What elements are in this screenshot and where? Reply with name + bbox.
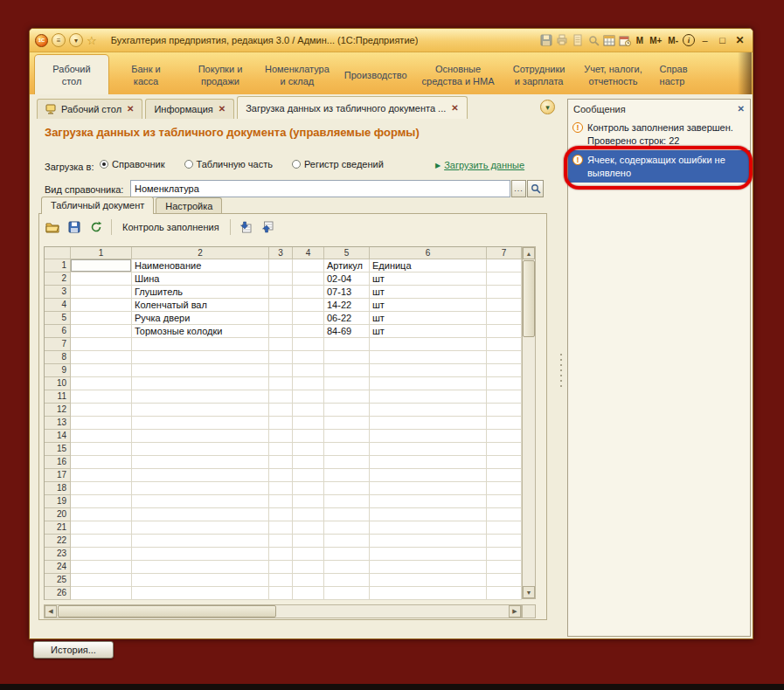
row-header[interactable]: 25 <box>45 574 71 587</box>
horizontal-scrollbar[interactable]: ◀ ▶ <box>44 604 522 618</box>
grid-cell[interactable] <box>71 351 132 364</box>
grid-cell[interactable] <box>71 587 132 600</box>
grid-cell[interactable] <box>132 587 269 600</box>
grid-cell[interactable] <box>71 495 132 508</box>
grid-cell[interactable] <box>293 535 324 548</box>
grid-cell[interactable] <box>487 325 522 338</box>
grid-cell[interactable]: шт <box>370 286 487 299</box>
grid-cell[interactable]: шт <box>370 273 487 286</box>
grid-cell[interactable]: 06-22 <box>324 312 370 325</box>
memory-m-minus-button[interactable]: M- <box>666 36 680 45</box>
horizontal-scroll-thumb[interactable] <box>58 605 276 618</box>
grid-cell[interactable] <box>269 469 293 482</box>
favorites-star-icon[interactable]: ☆ <box>87 35 97 46</box>
row-header[interactable]: 9 <box>45 364 71 377</box>
grid-cell[interactable] <box>324 351 370 364</box>
grid-cell[interactable] <box>71 548 132 561</box>
grid-cell[interactable] <box>71 338 132 351</box>
grid-cell[interactable] <box>487 338 522 351</box>
grid-cell[interactable] <box>269 535 293 548</box>
grid-cell[interactable] <box>71 574 132 587</box>
grid-cell[interactable] <box>487 377 522 390</box>
grid-cell[interactable]: Глушитель <box>132 286 269 299</box>
grid-cell[interactable] <box>324 495 370 508</box>
grid-cell[interactable] <box>324 443 370 456</box>
service-menu-button[interactable]: ▾ <box>69 33 83 47</box>
column-header[interactable]: 4 <box>293 247 324 259</box>
print-icon[interactable] <box>556 34 569 47</box>
grid-cell[interactable]: Тормозные колодки <box>132 325 269 338</box>
grid-cell[interactable] <box>487 482 522 495</box>
grid-cell[interactable] <box>71 482 132 495</box>
grid-cell[interactable] <box>71 299 132 312</box>
maximize-button[interactable]: □ <box>715 33 730 47</box>
grid-cell[interactable] <box>132 495 269 508</box>
grid-cell[interactable] <box>132 535 269 548</box>
row-header[interactable]: 13 <box>45 417 71 430</box>
section-tab-proizvodstvo[interactable]: Производство <box>337 55 414 94</box>
grid-cell[interactable] <box>370 482 487 495</box>
import-rows-button[interactable] <box>236 217 255 237</box>
grid-cell[interactable] <box>269 364 293 377</box>
grid-cell[interactable]: шт <box>370 312 487 325</box>
grid-cell[interactable] <box>293 508 324 521</box>
grid-cell[interactable] <box>269 312 293 325</box>
section-tab-sotrudniki-i-zarplata[interactable]: Сотрудникии зарплата <box>503 55 576 94</box>
grid-cell[interactable] <box>132 364 269 377</box>
column-header[interactable]: 7 <box>487 247 522 259</box>
row-header[interactable]: 1 <box>45 259 71 273</box>
tab-close-button[interactable]: ✕ <box>451 104 458 113</box>
memory-m-button[interactable]: M <box>635 36 645 45</box>
grid-cell[interactable] <box>269 286 293 299</box>
grid-cell[interactable] <box>370 430 487 443</box>
grid-cell[interactable]: шт <box>370 299 487 312</box>
grid-cell[interactable] <box>293 482 324 495</box>
grid-cell[interactable] <box>324 535 370 548</box>
row-header[interactable]: 4 <box>45 299 71 312</box>
row-header[interactable]: 26 <box>45 587 71 600</box>
grid-cell[interactable]: Ручка двери <box>132 312 269 325</box>
grid-cell[interactable] <box>71 430 132 443</box>
grid-cell[interactable] <box>487 521 522 535</box>
doc-tab-1[interactable]: Рабочий стол✕ <box>37 99 142 119</box>
grid-cell[interactable]: Шина <box>132 273 269 286</box>
grid-cell[interactable] <box>487 587 522 600</box>
grid-cell[interactable] <box>269 404 293 417</box>
grid-cell[interactable] <box>293 286 324 299</box>
tab-close-button[interactable]: ✕ <box>219 105 225 114</box>
grid-cell[interactable] <box>269 508 293 521</box>
grid-cell[interactable] <box>370 351 487 364</box>
vertical-scrollbar[interactable]: ▲ ▼ <box>522 246 536 599</box>
grid-cell[interactable] <box>293 417 324 430</box>
grid-cell[interactable] <box>132 338 269 351</box>
grid-cell[interactable] <box>71 286 132 299</box>
row-header[interactable]: 22 <box>45 535 71 548</box>
grid-cell[interactable] <box>324 508 370 521</box>
section-tab-bank-i-kassa[interactable]: Банк икасса <box>109 55 183 94</box>
grid-cell[interactable] <box>269 259 293 273</box>
grid-cell[interactable] <box>487 286 522 299</box>
grid-cell[interactable] <box>370 404 487 417</box>
section-tab-spravochniki-nastroyki[interactable]: Справнастр <box>651 55 695 94</box>
grid-cell[interactable] <box>293 364 324 377</box>
grid-cell[interactable] <box>370 561 487 574</box>
grid-cell[interactable] <box>487 443 522 456</box>
grid-cell[interactable] <box>71 273 132 286</box>
save-icon[interactable] <box>540 34 553 47</box>
grid-cell[interactable] <box>370 587 487 600</box>
memory-m-plus-button[interactable]: M+ <box>648 36 663 45</box>
grid-cell[interactable] <box>487 351 522 364</box>
tab-close-button[interactable]: ✕ <box>127 105 134 114</box>
grid-cell[interactable] <box>324 377 370 390</box>
grid-cell[interactable]: Коленчатый вал <box>132 299 269 312</box>
app-logo-1c-icon[interactable]: 1С <box>35 34 48 47</box>
grid-cell[interactable] <box>132 548 269 561</box>
grid-cell[interactable] <box>293 259 324 273</box>
grid-cell[interactable]: 07-13 <box>324 286 370 299</box>
grid-cell[interactable] <box>269 482 293 495</box>
section-tab-uchet-nalogi-otchetnost[interactable]: Учет, налоги,отчетность <box>577 55 650 94</box>
column-header[interactable]: 6 <box>370 247 487 259</box>
inner-tab-1[interactable]: Табличный документ <box>41 197 154 214</box>
grid-cell[interactable]: 14-22 <box>324 299 370 312</box>
grid-cell[interactable] <box>487 299 522 312</box>
